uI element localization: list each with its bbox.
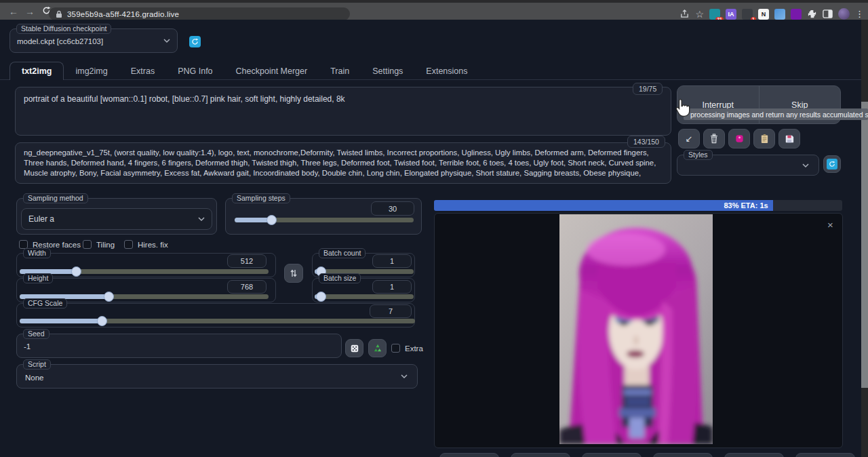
browser-menu-icon[interactable]: ⋮	[855, 9, 864, 19]
width-slider[interactable]	[20, 269, 269, 274]
bottom-action-button-2[interactable]	[511, 453, 570, 457]
bottom-action-button-3[interactable]	[582, 453, 642, 457]
extension-icon-notion[interactable]: N	[758, 9, 769, 20]
script-label: Script	[23, 359, 51, 370]
negative-prompt-box	[15, 142, 671, 184]
tab-png-info[interactable]: PNG Info	[166, 62, 224, 80]
script-block: Script None	[16, 364, 418, 389]
swap-dimensions-button[interactable]	[284, 264, 303, 283]
tab-txt2img[interactable]: txt2img	[9, 62, 64, 80]
back-icon[interactable]: ←	[5, 6, 22, 17]
sampling-method-dropdown[interactable]: Euler a	[21, 208, 212, 230]
paste-params-button[interactable]: ↙	[678, 129, 700, 148]
script-value: None	[25, 374, 44, 382]
cfg-scale-block: CFG Scale 7	[16, 303, 415, 327]
negative-token-counter: 143/150	[627, 136, 665, 148]
apply-style-button[interactable]	[753, 129, 775, 148]
checkbox-icon	[391, 344, 400, 353]
arrow-down-left-icon: ↙	[686, 134, 693, 144]
sidebar-icon[interactable]	[823, 9, 833, 19]
seed-block: Seed -1	[16, 334, 342, 358]
tab-settings[interactable]: Settings	[361, 62, 414, 80]
tab-img2img[interactable]: img2img	[64, 62, 119, 80]
bottom-action-button-1[interactable]	[439, 453, 499, 457]
extension-icon-4[interactable]	[791, 9, 802, 20]
floppy-save-icon	[785, 134, 794, 144]
checkpoint-value: model.ckpt [cc6cb27103]	[17, 37, 103, 45]
extra-seed-checkbox[interactable]: Extra	[391, 344, 423, 353]
lock-icon	[56, 10, 62, 18]
sampling-steps-input[interactable]: 30	[371, 201, 414, 216]
profile-avatar[interactable]	[838, 8, 850, 20]
styles-refresh-button[interactable]	[823, 155, 841, 173]
cfg-scale-label: CFG Scale	[23, 298, 67, 309]
swap-arrows-icon	[290, 269, 298, 278]
bookmark-star-icon[interactable]: ☆	[695, 9, 704, 20]
prompt-token-counter: 19/75	[633, 83, 663, 95]
chevron-down-icon[interactable]	[401, 374, 408, 381]
extra-label: Extra	[405, 344, 423, 353]
mouse-cursor-hand	[673, 97, 693, 119]
batch-size-slider[interactable]	[315, 294, 414, 299]
share-icon[interactable]	[679, 9, 690, 19]
clear-prompt-button[interactable]	[703, 129, 725, 148]
cfg-scale-input[interactable]: 7	[370, 304, 412, 318]
batch-count-input[interactable]: 1	[372, 254, 412, 268]
chevron-down-icon	[163, 39, 170, 45]
checkpoint-dropdown[interactable]: Stable Diffusion checkpoint model.ckpt […	[9, 28, 178, 53]
generated-image[interactable]	[559, 214, 713, 444]
seed-label: Seed	[23, 329, 50, 339]
reuse-seed-button[interactable]	[368, 339, 387, 357]
styles-dropdown[interactable]: Styles	[677, 155, 819, 176]
sampling-steps-slider[interactable]	[235, 218, 414, 222]
progress-text: 83% ETA: 1s	[724, 201, 768, 210]
slider-fill	[20, 319, 102, 323]
width-input[interactable]: 512	[227, 254, 267, 268]
prompt-box	[15, 87, 671, 136]
forward-icon[interactable]: →	[22, 6, 38, 17]
save-style-button[interactable]	[778, 129, 800, 148]
screen: ← → 359e5b9a-a5ff-4216.gradio.live ☆ 21 …	[0, 0, 868, 457]
tab-checkpoint-merger[interactable]: Checkpoint Merger	[224, 62, 319, 80]
batch-size-input[interactable]: 1	[372, 280, 412, 294]
palette-icon	[734, 134, 745, 144]
scrollbar-thumb[interactable]	[861, 102, 868, 388]
sampling-method-block: Sampling method Euler a	[16, 198, 217, 235]
height-input[interactable]: 768	[227, 280, 267, 294]
tab-extras[interactable]: Extras	[119, 62, 166, 80]
tiling-label: Tiling	[96, 241, 115, 249]
url-text: 359e5b9a-a5ff-4216.gradio.live	[67, 10, 179, 18]
bottom-action-button-6[interactable]	[795, 453, 855, 457]
bottom-action-button-4[interactable]	[653, 453, 713, 457]
clipboard-icon	[760, 134, 769, 144]
tab-extensions[interactable]: Extensions	[414, 62, 479, 80]
negative-prompt-input[interactable]	[24, 148, 664, 180]
refresh-icon	[191, 38, 199, 45]
bottom-action-button-5[interactable]	[724, 453, 784, 457]
progress-fill: 83% ETA: 1s	[434, 200, 773, 211]
seed-input[interactable]: -1	[24, 342, 31, 351]
batch-count-label: Batch count	[319, 248, 366, 258]
close-preview-icon[interactable]: ×	[827, 219, 833, 231]
batch-size-label: Batch size	[319, 273, 361, 283]
extension-icon-2[interactable]: 1	[742, 9, 753, 20]
extension-icon-1[interactable]: 21	[709, 9, 720, 20]
address-bar[interactable]: 359e5b9a-a5ff-4216.gradio.live	[49, 7, 350, 20]
extension-icon-3[interactable]	[774, 9, 785, 20]
sampling-steps-block: Sampling steps 30	[225, 198, 422, 235]
prompt-input[interactable]	[24, 94, 661, 130]
restore-faces-label: Restore faces	[33, 241, 81, 249]
trash-icon	[709, 134, 719, 144]
extension-icon-ia[interactable]: IA	[726, 9, 736, 20]
checkpoint-refresh-button[interactable]	[189, 36, 201, 47]
extensions-puzzle-icon[interactable]	[807, 9, 817, 19]
cfg-scale-slider[interactable]	[20, 319, 415, 323]
tiling-checkbox[interactable]: Tiling	[83, 240, 115, 249]
checkbox-icon	[83, 240, 92, 249]
sampling-method-value: Euler a	[28, 214, 54, 224]
random-seed-button[interactable]	[345, 339, 363, 357]
hires-fix-checkbox[interactable]: Hires. fix	[124, 240, 168, 249]
tab-train[interactable]: Train	[319, 62, 361, 80]
styles-palette-button[interactable]	[728, 129, 750, 148]
slider-handle[interactable]	[267, 215, 277, 225]
